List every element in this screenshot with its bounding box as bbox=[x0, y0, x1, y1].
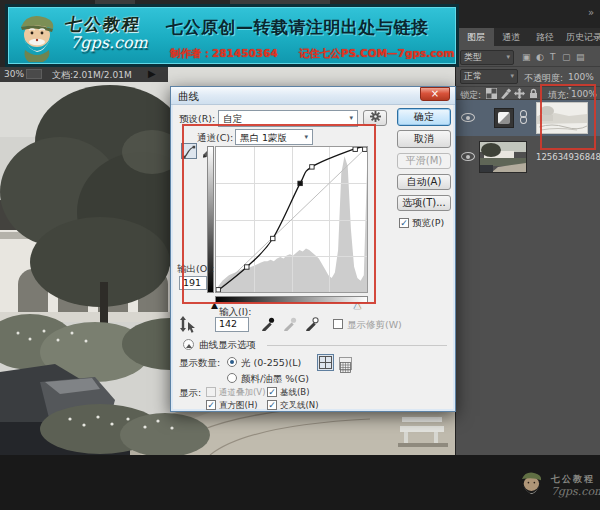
tutorial-banner: 七公教程 7gps.com 七公原创—转载请注明出处与链接 制作者：281450… bbox=[5, 4, 459, 67]
lock-transparency-icon[interactable] bbox=[486, 88, 497, 99]
pigment-mode-radio[interactable] bbox=[227, 373, 237, 383]
baseline-label: 基线(B) bbox=[280, 387, 309, 399]
document-status-bar: 30% 文档:2.01M/2.01M ▶ bbox=[0, 67, 168, 82]
ok-button[interactable]: 确定 bbox=[397, 108, 451, 126]
intersection-line-checkbox[interactable]: ✓ bbox=[267, 400, 277, 410]
filter-kind-label: 类型 bbox=[464, 52, 482, 62]
preset-value: 自定 bbox=[223, 113, 242, 124]
layer-filter-kind-select[interactable]: ▾ 类型 bbox=[460, 50, 514, 65]
tab-channels[interactable]: 通道 bbox=[494, 28, 528, 46]
options-button[interactable]: 选项(T)... bbox=[397, 195, 451, 211]
collapse-section-icon[interactable] bbox=[183, 339, 194, 350]
channel-overlays-label: 通道叠加(V) bbox=[219, 387, 265, 399]
lock-pixels-brush-icon[interactable] bbox=[500, 88, 511, 99]
lock-icons-group bbox=[486, 88, 542, 99]
chevron-down-icon: ▾ bbox=[506, 51, 510, 64]
black-white-adjustment-thumbnail[interactable] bbox=[494, 108, 514, 128]
histogram-label: 直方图(H) bbox=[219, 400, 258, 412]
dialog-titlebar[interactable]: 曲线 × bbox=[171, 87, 455, 105]
photo-layer-thumbnail[interactable] bbox=[479, 141, 527, 173]
gear-icon bbox=[370, 111, 381, 122]
layer-visibility-eye-icon[interactable] bbox=[461, 152, 475, 161]
photo-thumb-art bbox=[480, 142, 526, 172]
input-value-field[interactable]: 142 bbox=[215, 317, 249, 332]
channel-overlays-checkbox bbox=[206, 387, 216, 397]
white-point-eyedropper-icon[interactable] bbox=[305, 316, 321, 332]
pigment-mode-label: 颜料/油墨 %(G) bbox=[241, 373, 309, 386]
light-mode-label: 光 (0-255)(L) bbox=[241, 357, 301, 370]
watermark-old-man-logo bbox=[517, 469, 547, 501]
logo-site: 7gps.com bbox=[70, 33, 148, 52]
status-flyout-arrow[interactable]: ▶ bbox=[148, 68, 156, 79]
bw-adjustment-icon bbox=[498, 112, 510, 124]
banner-subline: 制作者：281450364 记住七公PS.COM—7gps.com bbox=[170, 47, 455, 61]
blend-mode-select[interactable]: ▾ 正常 bbox=[460, 69, 518, 84]
filter-type-layers-icon[interactable]: T bbox=[550, 52, 556, 62]
light-mode-radio[interactable] bbox=[227, 357, 237, 367]
detailed-grid-button[interactable] bbox=[339, 357, 352, 370]
preview-checkbox[interactable]: ✓ bbox=[399, 218, 409, 228]
preview-label: 预览(P) bbox=[412, 217, 444, 230]
grid-coarse-icon bbox=[318, 355, 333, 370]
dialog-title: 曲线 bbox=[178, 90, 199, 104]
panel-tabs-bar: 图层 通道 路径 历史记录 bbox=[456, 28, 600, 46]
watermark-site: 7gps.com bbox=[551, 485, 600, 498]
black-point-eyedropper-icon[interactable] bbox=[261, 316, 277, 332]
smooth-button: 平滑(M) bbox=[397, 153, 451, 169]
grid-fine-icon bbox=[340, 362, 351, 373]
panel-group-header: » bbox=[456, 0, 600, 28]
filter-smart-object-icon[interactable]: ▤ bbox=[576, 52, 585, 62]
zoom-level[interactable]: 30% bbox=[4, 69, 24, 79]
document-size-info: 文档:2.01M/2.01M bbox=[52, 69, 132, 82]
watermark: 七公教程 7gps.com bbox=[517, 469, 597, 507]
show-clipping-checkbox[interactable] bbox=[333, 319, 343, 329]
lock-position-move-icon[interactable] bbox=[514, 88, 525, 99]
chevron-down-icon: ▾ bbox=[510, 70, 514, 83]
baseline-checkbox[interactable]: ✓ bbox=[267, 387, 277, 397]
mask-link-icon[interactable] bbox=[520, 110, 527, 126]
histogram-checkbox[interactable]: ✓ bbox=[206, 400, 216, 410]
tab-layers[interactable]: 图层 bbox=[458, 28, 494, 46]
show-clipping-label: 显示修剪(W) bbox=[347, 319, 402, 332]
tab-paths[interactable]: 路径 bbox=[528, 28, 562, 46]
layers-panel: » 图层 通道 路径 历史记录 ▾ 类型 ▣ ◐ T ▢ ▤ ▾ 正常 不透明度… bbox=[455, 0, 600, 455]
auto-button[interactable]: 自动(A) bbox=[397, 174, 451, 190]
banner-headline: 七公原创—转载请注明出处与链接 bbox=[166, 16, 460, 39]
options-section-header: 曲线显示选项 bbox=[199, 339, 256, 352]
show-label: 显示: bbox=[179, 387, 201, 400]
blend-mode-value: 正常 bbox=[464, 71, 482, 81]
pasteboard-bottom: 七公教程 7gps.com bbox=[0, 455, 600, 510]
close-icon[interactable]: × bbox=[420, 87, 450, 101]
collapse-panels-icon[interactable]: » bbox=[588, 7, 593, 18]
old-man-logo bbox=[12, 10, 64, 64]
cancel-button[interactable]: 取消 bbox=[397, 130, 451, 148]
divider bbox=[267, 345, 447, 346]
filter-pixel-layers-icon[interactable]: ▣ bbox=[522, 52, 531, 62]
status-mini-button[interactable] bbox=[26, 69, 42, 79]
filter-shape-layers-icon[interactable]: ▢ bbox=[562, 52, 571, 62]
intersection-line-label: 交叉线(N) bbox=[280, 400, 319, 412]
layer-visibility-eye-icon[interactable] bbox=[461, 113, 475, 122]
layer-name[interactable]: 1256349368481 bbox=[536, 152, 600, 162]
divider bbox=[456, 66, 600, 67]
annotation-rect-mask-thumbnail bbox=[540, 84, 596, 150]
annotation-rect-curve-area bbox=[182, 124, 376, 304]
targeted-adjustment-tool-icon[interactable] bbox=[179, 315, 197, 333]
show-amount-label: 显示数量: bbox=[179, 357, 220, 370]
lock-all-icon[interactable] bbox=[528, 88, 539, 99]
gray-point-eyedropper-icon[interactable] bbox=[283, 316, 299, 332]
simple-grid-button[interactable] bbox=[317, 354, 334, 371]
photoshop-screen: 七公教程 7gps.com 七公原创—转载请注明出处与链接 制作者：281450… bbox=[0, 0, 600, 510]
filter-adjustment-layers-icon[interactable]: ◐ bbox=[536, 52, 544, 62]
tab-history[interactable]: 历史记录 bbox=[562, 28, 600, 46]
